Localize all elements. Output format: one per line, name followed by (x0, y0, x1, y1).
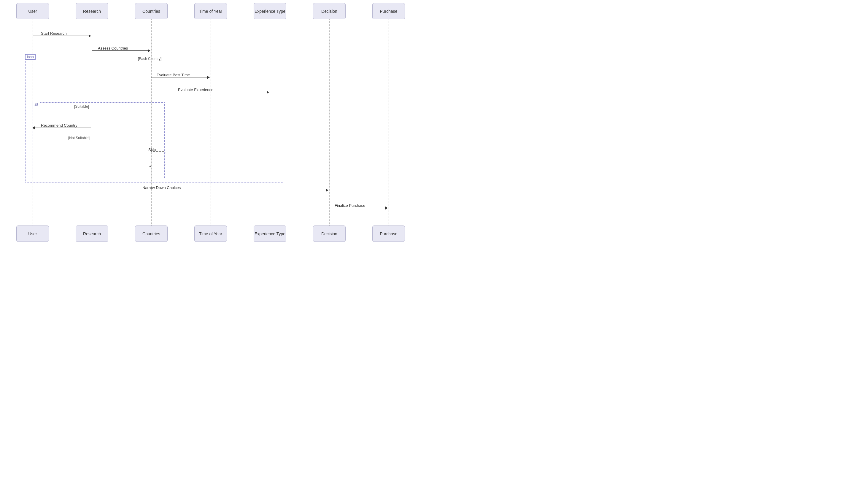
lifeline-box-decision-bottom: Decision (313, 225, 346, 242)
alt-guard-suitable: [Suitable] (74, 104, 89, 109)
lifeline-box-exptype-top: Experience Type (254, 3, 286, 19)
label-evaluate-best-time: Evaluate Best Time (157, 73, 190, 77)
alt-guard-not-suitable: [Not Suitable] (68, 136, 90, 140)
self-arrow-skip (151, 151, 166, 166)
arrow-evaluate-best-time (151, 77, 210, 78)
lifeline-box-user-bottom: User (16, 225, 49, 242)
lifeline-box-timeofyear-top: Time of Year (194, 3, 227, 19)
lifeline-decision (329, 19, 330, 225)
label-evaluate-experience: Evaluate Experience (178, 88, 213, 92)
arrow-finalize-purchase (329, 208, 388, 208)
lifeline-box-purchase-top: Purchase (372, 3, 405, 19)
lifeline-purchase (389, 19, 389, 225)
sequence-diagram: User Research Countries Time of Year Exp… (0, 0, 434, 245)
label-assess-countries: Assess Countries (98, 46, 128, 51)
lifeline-box-research-bottom: Research (75, 225, 108, 242)
lifeline-box-countries-top: Countries (135, 3, 167, 19)
arrow-narrow-down (33, 190, 328, 190)
lifeline-box-timeofyear-bottom: Time of Year (194, 225, 227, 242)
lifeline-box-purchase-bottom: Purchase (372, 225, 405, 242)
lifeline-box-countries-bottom: Countries (135, 225, 167, 242)
label-narrow-down: Narrow Down Choices (143, 185, 181, 190)
alt-label: alt (33, 102, 40, 107)
arrow-start-research (33, 36, 91, 36)
lifeline-box-decision-top: Decision (313, 3, 346, 19)
loop-guard: [Each Country] (138, 57, 161, 61)
arrow-assess-countries (92, 51, 150, 51)
label-recommend-country: Recommend Country (41, 123, 78, 128)
lifeline-box-research-top: Research (75, 3, 108, 19)
lifeline-box-user-top: User (16, 3, 49, 19)
alt-fragment (33, 102, 165, 178)
self-arrow-skip-head (149, 165, 151, 167)
label-start-research: Start Research (41, 31, 67, 36)
label-skip: Skip (148, 148, 156, 152)
lifeline-box-exptype-bottom: Experience Type (254, 225, 286, 242)
label-finalize-purchase: Finalize Purchase (335, 203, 365, 208)
arrow-evaluate-experience (151, 92, 269, 92)
loop-label: loop (25, 54, 36, 60)
